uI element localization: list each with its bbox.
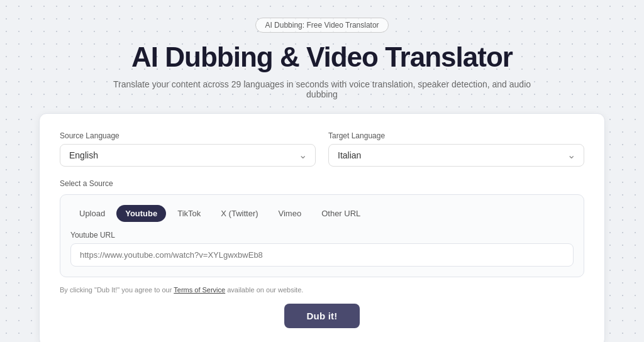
youtube-url-input[interactable] xyxy=(70,243,574,267)
tos-before: By clicking "Dub It!" you agree to our xyxy=(60,286,174,294)
target-language-group: Target Language Italian English Spanish … xyxy=(328,131,584,167)
promo-badge: AI Dubbing: Free Video Translator xyxy=(255,18,388,33)
source-language-select[interactable]: English Spanish French German Italian xyxy=(60,144,316,167)
tab-youtube[interactable]: Youtube xyxy=(116,205,166,222)
page-title: AI Dubbing & Video Translator xyxy=(131,41,513,73)
source-section-label: Select a Source xyxy=(60,179,584,188)
tos-link[interactable]: Terms of Service xyxy=(174,286,225,294)
tab-tiktok[interactable]: TikTok xyxy=(169,205,209,222)
tos-text: By clicking "Dub It!" you agree to our T… xyxy=(60,286,584,294)
main-card: Source Language English Spanish French G… xyxy=(39,113,605,342)
target-language-select[interactable]: Italian English Spanish French German xyxy=(328,144,584,167)
source-language-group: Source Language English Spanish French G… xyxy=(60,131,316,167)
dub-button-wrapper: Dub it! xyxy=(60,304,584,328)
dub-it-button[interactable]: Dub it! xyxy=(284,304,360,328)
url-label: Youtube URL xyxy=(70,231,574,240)
badge-label: AI Dubbing: Free Video Translator xyxy=(265,21,379,30)
tab-twitter[interactable]: X (Twitter) xyxy=(212,205,267,222)
source-language-label: Source Language xyxy=(60,131,316,140)
target-language-select-wrapper[interactable]: Italian English Spanish French German xyxy=(328,144,584,167)
source-section: Select a Source Upload Youtube TikTok X … xyxy=(60,179,584,277)
tab-vimeo[interactable]: Vimeo xyxy=(270,205,311,222)
tos-after: available on our website. xyxy=(225,286,303,294)
tab-other-url[interactable]: Other URL xyxy=(313,205,369,222)
source-language-select-wrapper[interactable]: English Spanish French German Italian xyxy=(60,144,316,167)
tab-upload[interactable]: Upload xyxy=(70,205,114,222)
source-box: Upload Youtube TikTok X (Twitter) Vimeo … xyxy=(60,194,584,277)
page-subtitle: Translate your content across 29 languag… xyxy=(102,79,542,99)
target-language-label: Target Language xyxy=(328,131,584,140)
language-row: Source Language English Spanish French G… xyxy=(60,131,584,167)
tabs-row: Upload Youtube TikTok X (Twitter) Vimeo … xyxy=(70,205,574,222)
